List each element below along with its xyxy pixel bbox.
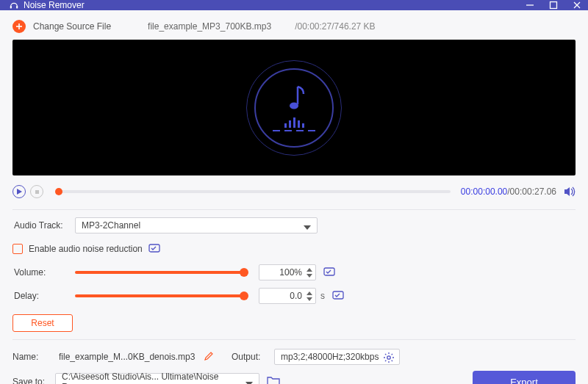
- noise-reduction-checkbox[interactable]: [12, 244, 23, 254]
- name-field: file_example_M...0KB_denois.mp3: [55, 349, 202, 365]
- window-title: Noise Remover: [24, 0, 85, 10]
- delay-input[interactable]: 0.0: [259, 288, 316, 304]
- svg-point-8: [290, 103, 298, 109]
- save-to-select[interactable]: C:\Aiseesoft Studio\Ais... Ultimate\Nois…: [55, 373, 259, 384]
- svg-rect-3: [551, 2, 557, 9]
- delay-up-button[interactable]: [305, 290, 314, 296]
- svg-marker-14: [306, 274, 312, 278]
- svg-marker-13: [306, 268, 312, 272]
- play-button[interactable]: [12, 185, 26, 198]
- delay-down-button[interactable]: [305, 296, 314, 302]
- edit-name-icon[interactable]: [204, 351, 214, 363]
- delay-unit: s: [320, 291, 325, 301]
- source-info: /00:00:27/746.27 KB: [295, 21, 375, 32]
- titlebar: Noise Remover: [0, 0, 588, 10]
- audio-visual-icon: [254, 68, 334, 148]
- timeline-slider[interactable]: [55, 190, 451, 193]
- volume-value: 100%: [279, 267, 302, 278]
- audio-track-label: Audio Track:: [12, 220, 75, 231]
- delay-slider[interactable]: [75, 294, 244, 297]
- export-button[interactable]: Export: [473, 371, 576, 384]
- svg-rect-1: [16, 6, 18, 9]
- chevron-down-icon: [245, 380, 253, 384]
- stop-button[interactable]: [30, 185, 43, 198]
- volume-thumb[interactable]: [240, 268, 248, 277]
- chevron-down-icon: [304, 223, 311, 233]
- output-format-value: mp3;2;48000Hz;320kbps: [281, 352, 379, 362]
- save-to-label: Save to:: [12, 377, 55, 384]
- minimize-button[interactable]: [525, 0, 535, 10]
- add-source-button[interactable]: [12, 20, 26, 33]
- audio-track-select[interactable]: MP3-2Channel: [75, 217, 318, 233]
- maximize-button[interactable]: [548, 0, 559, 10]
- volume-reset-icon[interactable]: [323, 266, 335, 280]
- output-label: Output:: [232, 352, 274, 362]
- delay-reset-icon[interactable]: [332, 289, 344, 303]
- name-label: Name:: [12, 352, 55, 362]
- svg-point-19: [387, 356, 390, 359]
- delay-thumb[interactable]: [240, 291, 248, 300]
- delay-value: 0.0: [290, 291, 302, 301]
- save-to-value: C:\Aiseesoft Studio\Ais... Ultimate\Nois…: [62, 372, 253, 384]
- svg-marker-16: [306, 291, 312, 295]
- timeline-thumb[interactable]: [55, 188, 62, 195]
- svg-rect-0: [10, 6, 12, 9]
- gear-icon[interactable]: [383, 352, 395, 366]
- close-button[interactable]: [572, 0, 582, 10]
- reset-button[interactable]: Reset: [12, 314, 73, 332]
- volume-label: Volume:: [12, 267, 75, 278]
- volume-up-button[interactable]: [305, 267, 314, 272]
- denoise-settings-icon[interactable]: [148, 242, 160, 256]
- preview-area: [12, 40, 576, 175]
- output-format-box[interactable]: mp3;2;48000Hz;320kbps: [274, 349, 400, 365]
- volume-down-button[interactable]: [305, 272, 314, 278]
- delay-label: Delay:: [12, 291, 75, 301]
- svg-marker-17: [306, 297, 312, 301]
- volume-slider[interactable]: [75, 271, 244, 274]
- time-display: 00:00:00.00/00:00:27.06: [461, 186, 556, 197]
- noise-reduction-label: Enable audio noise reduction: [29, 244, 143, 254]
- source-filename: file_example_MP3_700KB.mp3: [148, 21, 271, 32]
- volume-icon[interactable]: [562, 185, 576, 198]
- svg-marker-11: [304, 225, 311, 230]
- svg-marker-9: [17, 189, 22, 195]
- svg-rect-10: [35, 190, 39, 194]
- app-logo-icon: [9, 0, 19, 10]
- change-source-label[interactable]: Change Source File: [33, 21, 111, 32]
- volume-input[interactable]: 100%: [259, 264, 316, 280]
- audio-track-value: MP3-2Channel: [82, 220, 140, 231]
- open-folder-icon[interactable]: [267, 375, 280, 385]
